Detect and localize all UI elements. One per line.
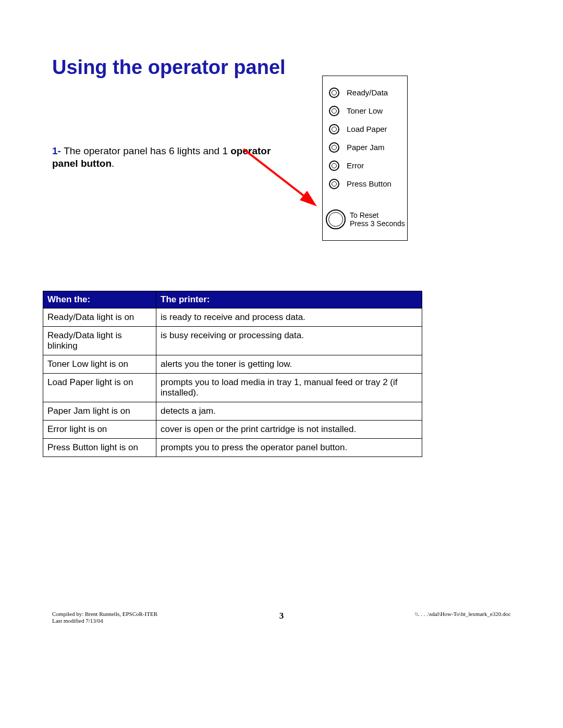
led-icon xyxy=(329,142,339,153)
table-header-when: When the: xyxy=(43,291,156,309)
cell-printer: cover is open or the print cartridge is … xyxy=(156,421,422,439)
cell-printer: detects a jam. xyxy=(156,402,422,421)
cell-when: Toner Low light is on xyxy=(43,355,156,374)
status-table: When the: The printer: Ready/Data light … xyxy=(43,291,422,457)
table-row: Toner Low light is onalerts you the tone… xyxy=(43,355,422,374)
cell-printer: is ready to receive and process data. xyxy=(156,309,422,327)
reset-line1: To Reset xyxy=(350,211,405,219)
footer-path: \\. . . .\sdal\How-To\ht_lexmark_e320.do… xyxy=(415,611,511,617)
cell-printer: prompts you to load media in tray 1, man… xyxy=(156,374,422,402)
page-footer: Compiled by: Brent Runnells, EPSCoR-ITER… xyxy=(52,611,511,626)
operator-panel-diagram: Ready/Data Toner Low Load Paper Paper Ja… xyxy=(322,76,408,241)
step-number: 1- xyxy=(52,145,64,156)
table-row: Load Paper light is onprompts you to loa… xyxy=(43,374,422,402)
table-header-printer: The printer: xyxy=(156,291,422,309)
led-row-toner-low: Toner Low xyxy=(323,102,407,120)
intro-text-1: The operator panel has 6 lights and 1 xyxy=(64,145,230,156)
table-row: Error light is oncover is open or the pr… xyxy=(43,421,422,439)
table-row: Press Button light is onprompts you to p… xyxy=(43,439,422,457)
operator-button-icon xyxy=(326,209,346,229)
led-icon xyxy=(329,106,339,116)
cell-when: Press Button light is on xyxy=(43,439,156,457)
led-row-error: Error xyxy=(323,156,407,175)
cell-when: Error light is on xyxy=(43,421,156,439)
led-label: Error xyxy=(347,161,364,170)
cell-when: Ready/Data light is on xyxy=(43,309,156,327)
reset-button-row: To Reset Press 3 Seconds xyxy=(323,209,407,229)
svg-marker-1 xyxy=(300,191,317,206)
led-icon xyxy=(329,88,339,98)
led-row-press-button: Press Button xyxy=(323,175,407,193)
intro-text-2: . xyxy=(112,158,114,169)
table-row: Ready/Data light is blinkingis busy rece… xyxy=(43,327,422,355)
cell-when: Load Paper light is on xyxy=(43,374,156,402)
table-row: Paper Jam light is ondetects a jam. xyxy=(43,402,422,421)
led-icon xyxy=(329,161,339,171)
reset-line2: Press 3 Seconds xyxy=(350,219,405,228)
led-icon xyxy=(329,179,339,189)
led-label: Paper Jam xyxy=(347,143,385,152)
reset-text: To Reset Press 3 Seconds xyxy=(350,211,405,228)
led-label: Press Button xyxy=(347,179,391,188)
cell-printer: prompts you to press the operator panel … xyxy=(156,439,422,457)
led-icon xyxy=(329,124,339,134)
led-label: Load Paper xyxy=(347,125,387,133)
led-label: Toner Low xyxy=(347,106,383,115)
cell-printer: is busy receiving or processing data. xyxy=(156,327,422,355)
cell-when: Ready/Data light is blinking xyxy=(43,327,156,355)
led-label: Ready/Data xyxy=(347,88,388,97)
table-row: Ready/Data light is onis ready to receiv… xyxy=(43,309,422,327)
cell-printer: alerts you the toner is getting low. xyxy=(156,355,422,374)
led-row-ready-data: Ready/Data xyxy=(323,83,407,102)
intro-paragraph: 1- The operator panel has 6 lights and 1… xyxy=(52,145,292,170)
page-title: Using the operator panel xyxy=(52,56,286,79)
led-row-load-paper: Load Paper xyxy=(323,120,407,138)
led-row-paper-jam: Paper Jam xyxy=(323,138,407,156)
cell-when: Paper Jam light is on xyxy=(43,402,156,421)
